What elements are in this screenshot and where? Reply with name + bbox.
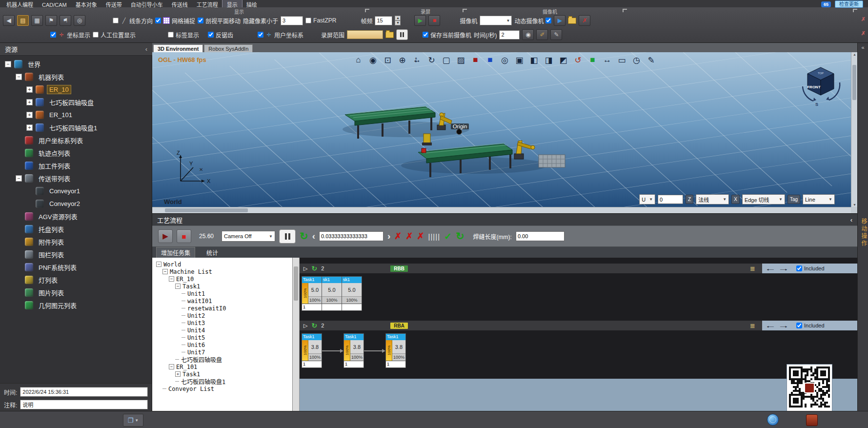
plane-xz-icon[interactable]: ◩	[558, 54, 569, 66]
u-value-input[interactable]	[658, 195, 683, 204]
tab-add-task-set[interactable]: 增加任务集	[156, 247, 195, 258]
viewport-horizontal-scrollbar[interactable]	[152, 207, 851, 213]
frame-box-icon[interactable]: ▭	[616, 54, 628, 66]
label-display-input[interactable]	[168, 32, 174, 38]
task-block[interactable]: Task1100%5.0100%1	[302, 276, 322, 311]
view-home-icon[interactable]: ⌂	[353, 54, 364, 66]
task-block[interactable]: Task1100%3.8100%1	[302, 333, 322, 368]
row-refresh-icon[interactable]: ↻	[311, 322, 317, 329]
prev-view-button[interactable]: ⚑	[45, 15, 57, 26]
weld-length-input[interactable]	[516, 231, 565, 241]
move-operation-tab[interactable]: 移动操作	[858, 218, 868, 247]
nav-back-button[interactable]: ◀	[3, 15, 15, 26]
camera-time-input[interactable]	[499, 30, 520, 40]
scroll-thumb[interactable]	[852, 65, 856, 100]
tree-expander-icon[interactable]: −	[16, 74, 22, 80]
refresh-icon[interactable]: ↻	[456, 230, 464, 242]
framerate-stepper[interactable]: ▲▼	[395, 16, 401, 25]
process-tree-item[interactable]: Unit4	[154, 326, 290, 334]
validate-icon[interactable]: ✓	[444, 231, 452, 242]
clear-row-icon[interactable]: ✗	[405, 231, 413, 242]
task-block[interactable]: Task1100%3.8100%1	[385, 333, 406, 368]
sidebar-item[interactable]: 附件列表	[0, 235, 152, 248]
account-button[interactable]: 检查更新	[835, 0, 863, 8]
manual-pos-input[interactable]	[93, 32, 99, 38]
step-down-icon[interactable]: ▼	[395, 20, 401, 25]
camera-mode-select[interactable]: Camera Off▼	[222, 231, 275, 242]
process-tree-item[interactable]: resetwaitI0	[154, 305, 290, 312]
move-right-icon[interactable]: →	[778, 265, 789, 272]
scroll-thumb[interactable]	[294, 266, 298, 301]
save-camera-input[interactable]	[423, 32, 428, 38]
section-hatch-icon[interactable]: ▨	[455, 54, 467, 66]
toolbar-close-icon[interactable]: ✗	[861, 30, 866, 37]
sidebar-item[interactable]: +七巧板四轴吸盘1	[0, 121, 152, 134]
window-switch-button[interactable]: ❐ ▼	[123, 414, 143, 427]
next-view-button[interactable]: ⚑	[60, 15, 71, 26]
plane-xy-icon[interactable]: ◧	[528, 54, 540, 66]
dynamic-camera-checkbox[interactable]: 动态摄像机	[514, 17, 551, 25]
process-tree-item[interactable]: waitI01	[154, 297, 290, 305]
edge-select[interactable]: Edge 切线▼	[742, 194, 785, 204]
task-block[interactable]: sk15.0100%	[342, 276, 362, 311]
sketch-icon[interactable]: ✎	[646, 54, 657, 66]
process-tree-item[interactable]: 七巧板四轴吸盘	[154, 356, 290, 363]
camera-select[interactable]: ▼	[480, 16, 512, 25]
menu-item-9[interactable]: 描绘	[242, 0, 262, 7]
collapse-left-icon[interactable]: ‹	[145, 45, 147, 53]
process-tree-item[interactable]: Unit2	[154, 312, 290, 319]
tree-expander-icon[interactable]: −	[156, 262, 161, 267]
included-input[interactable]	[796, 323, 802, 328]
record-folder-icon[interactable]	[385, 32, 394, 38]
sidebar-item[interactable]: 几何图元列表	[0, 299, 152, 311]
included-input[interactable]	[796, 265, 802, 271]
dock-layout-button[interactable]: ▦	[31, 15, 43, 26]
coord-display-input[interactable]	[50, 32, 56, 38]
process-tree-item[interactable]: −ER_10	[154, 275, 290, 283]
camera-play-button[interactable]: ▶	[554, 15, 565, 26]
process-tree-item[interactable]: −Task1	[154, 283, 290, 290]
task-block[interactable]: sk15.0100%	[322, 276, 342, 311]
pan-icon[interactable]: ↔↔	[411, 54, 423, 66]
camera-delete-button[interactable]: ✗	[579, 15, 590, 26]
note-input[interactable]	[20, 400, 148, 409]
step-back-icon[interactable]: ‹	[312, 231, 315, 242]
row-script-icon[interactable]: ≣	[750, 322, 755, 329]
tab-3d-environment[interactable]: 3D Environment	[153, 44, 203, 52]
line-direction-checkbox[interactable]: ╱ 线条方向	[113, 17, 153, 25]
app-shortcut-icon[interactable]	[806, 414, 818, 426]
camera-record-button[interactable]: ◉	[522, 29, 534, 40]
tree-expander-icon[interactable]: +	[26, 112, 33, 118]
pen-button[interactable]: ✎	[550, 29, 562, 40]
green-plane-icon[interactable]: ■	[587, 54, 599, 66]
record-play-button[interactable]: ▶	[414, 15, 426, 26]
tree-expander-icon[interactable]: +	[175, 371, 181, 377]
row-refresh-icon[interactable]: ↻	[311, 265, 317, 272]
sidebar-item[interactable]: −传送带列表	[0, 172, 152, 184]
move-right-icon[interactable]: →	[778, 322, 789, 329]
sidebar-item[interactable]: 轨迹点列表	[0, 146, 152, 159]
measure-icon[interactable]: ↔	[602, 54, 613, 66]
tree-expander-icon[interactable]: −	[169, 276, 174, 282]
menu-item-3[interactable]: 基本对象	[71, 0, 101, 7]
process-tree-item[interactable]: −World	[154, 261, 290, 268]
menu-item-6[interactable]: 传送线	[167, 0, 192, 7]
process-tree-item[interactable]: Unit6	[154, 341, 290, 348]
row-play-icon[interactable]: ▷	[303, 323, 307, 329]
save-camera-checkbox[interactable]: 保存当前摄像机	[423, 31, 471, 39]
camera-folder-icon[interactable]	[568, 18, 576, 24]
section-move-input[interactable]	[198, 18, 203, 23]
sidebar-item[interactable]: Conveyor1	[0, 184, 152, 197]
antialias-checkbox[interactable]: 反锯齿	[208, 31, 233, 39]
sidebar-item[interactable]: 图片列表	[0, 286, 152, 299]
sidebar-item[interactable]: 用户坐标系列表	[0, 134, 152, 146]
process-stop-button[interactable]: ■	[177, 229, 191, 243]
row-script-icon[interactable]: ≣	[750, 265, 755, 272]
collapse-right-icon[interactable]: «	[858, 44, 868, 50]
sidebar-item[interactable]: 灯列表	[0, 273, 152, 286]
rotate-ccw-icon[interactable]: ↺	[572, 54, 584, 66]
menu-item-5[interactable]: 自动引导小车	[126, 0, 167, 7]
process-tree-item[interactable]: −Machine List	[154, 268, 290, 275]
sidebar-item[interactable]: −机器列表	[0, 70, 152, 83]
loop-refresh-icon[interactable]: ↻	[300, 230, 308, 242]
